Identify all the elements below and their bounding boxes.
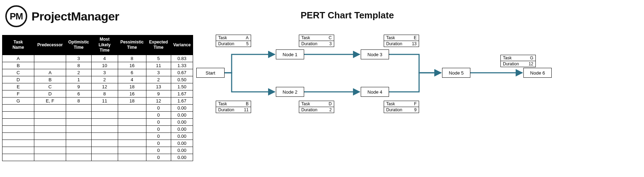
- cell-ml[interactable]: 3: [91, 69, 118, 76]
- cell-ml[interactable]: 10: [91, 62, 118, 69]
- cell-exp[interactable]: 2: [146, 76, 171, 83]
- cell-pes[interactable]: [118, 154, 146, 161]
- cell-ml[interactable]: [91, 118, 118, 125]
- cell-exp[interactable]: 12: [146, 97, 171, 104]
- cell-task[interactable]: E: [2, 83, 34, 90]
- cell-opt[interactable]: 8: [66, 97, 92, 104]
- cell-pred[interactable]: [34, 125, 66, 132]
- cell-task[interactable]: A: [2, 55, 34, 62]
- cell-exp[interactable]: 13: [146, 83, 171, 90]
- cell-ml[interactable]: [91, 132, 118, 140]
- cell-exp[interactable]: 0: [146, 111, 171, 118]
- cell-pred[interactable]: [34, 118, 66, 125]
- cell-pes[interactable]: [118, 140, 146, 147]
- cell-task[interactable]: [2, 154, 34, 161]
- cell-var[interactable]: 0.50: [171, 76, 193, 83]
- cell-task[interactable]: G: [2, 97, 34, 104]
- cell-var[interactable]: 0.00: [171, 104, 193, 111]
- cell-ml[interactable]: 8: [91, 90, 118, 97]
- cell-exp[interactable]: 0: [146, 147, 171, 154]
- cell-opt[interactable]: 1: [66, 76, 92, 83]
- cell-task[interactable]: F: [2, 90, 34, 97]
- cell-exp[interactable]: 0: [146, 140, 171, 147]
- cell-pes[interactable]: 16: [118, 90, 146, 97]
- cell-exp[interactable]: 0: [146, 154, 171, 161]
- cell-opt[interactable]: [66, 104, 92, 111]
- cell-opt[interactable]: [66, 147, 92, 154]
- cell-pes[interactable]: 16: [118, 62, 146, 69]
- cell-var[interactable]: 1.33: [171, 62, 193, 69]
- cell-ml[interactable]: [91, 125, 118, 132]
- cell-ml[interactable]: 4: [91, 55, 118, 62]
- cell-var[interactable]: 0.00: [171, 154, 193, 161]
- cell-opt[interactable]: [66, 111, 92, 118]
- cell-task[interactable]: [2, 125, 34, 132]
- cell-pred[interactable]: [34, 132, 66, 140]
- cell-ml[interactable]: 11: [91, 97, 118, 104]
- cell-pred[interactable]: [34, 62, 66, 69]
- cell-task[interactable]: C: [2, 69, 34, 76]
- cell-var[interactable]: 0.00: [171, 132, 193, 140]
- cell-task[interactable]: [2, 147, 34, 154]
- cell-pes[interactable]: [118, 147, 146, 154]
- cell-pred[interactable]: A: [34, 69, 66, 76]
- cell-ml[interactable]: [91, 154, 118, 161]
- cell-task[interactable]: [2, 104, 34, 111]
- cell-ml[interactable]: [91, 140, 118, 147]
- cell-pred[interactable]: [34, 147, 66, 154]
- cell-task[interactable]: B: [2, 62, 34, 69]
- cell-ml[interactable]: [91, 104, 118, 111]
- cell-pes[interactable]: [118, 104, 146, 111]
- cell-opt[interactable]: 2: [66, 69, 92, 76]
- cell-exp[interactable]: 3: [146, 69, 171, 76]
- cell-ml[interactable]: [91, 147, 118, 154]
- cell-pred[interactable]: B: [34, 76, 66, 83]
- cell-pes[interactable]: [118, 118, 146, 125]
- cell-ml[interactable]: 12: [91, 83, 118, 90]
- cell-opt[interactable]: [66, 125, 92, 132]
- cell-pes[interactable]: 4: [118, 76, 146, 83]
- cell-exp[interactable]: 0: [146, 118, 171, 125]
- cell-exp[interactable]: 5: [146, 55, 171, 62]
- cell-var[interactable]: 1.67: [171, 97, 193, 104]
- cell-pred[interactable]: [34, 104, 66, 111]
- cell-var[interactable]: 0.00: [171, 125, 193, 132]
- cell-pes[interactable]: 8: [118, 55, 146, 62]
- cell-opt[interactable]: [66, 154, 92, 161]
- cell-var[interactable]: 1.50: [171, 83, 193, 90]
- cell-pred[interactable]: [34, 140, 66, 147]
- cell-pes[interactable]: 6: [118, 69, 146, 76]
- cell-exp[interactable]: 9: [146, 90, 171, 97]
- cell-pes[interactable]: [118, 111, 146, 118]
- cell-opt[interactable]: 3: [66, 55, 92, 62]
- cell-var[interactable]: 0.67: [171, 69, 193, 76]
- cell-pred[interactable]: [34, 154, 66, 161]
- cell-var[interactable]: 0.00: [171, 147, 193, 154]
- cell-pred[interactable]: [34, 55, 66, 62]
- cell-task[interactable]: D: [2, 76, 34, 83]
- cell-pes[interactable]: 18: [118, 97, 146, 104]
- cell-pes[interactable]: [118, 132, 146, 140]
- cell-var[interactable]: 0.83: [171, 55, 193, 62]
- cell-task[interactable]: [2, 111, 34, 118]
- cell-exp[interactable]: 0: [146, 132, 171, 140]
- cell-pred[interactable]: E, F: [34, 97, 66, 104]
- cell-opt[interactable]: [66, 132, 92, 140]
- cell-opt[interactable]: 6: [66, 90, 92, 97]
- cell-pes[interactable]: 18: [118, 83, 146, 90]
- cell-pes[interactable]: [118, 125, 146, 132]
- cell-var[interactable]: 0.00: [171, 111, 193, 118]
- cell-ml[interactable]: 2: [91, 76, 118, 83]
- cell-exp[interactable]: 0: [146, 125, 171, 132]
- cell-task[interactable]: [2, 118, 34, 125]
- cell-exp[interactable]: 0: [146, 104, 171, 111]
- cell-opt[interactable]: 8: [66, 62, 92, 69]
- cell-exp[interactable]: 11: [146, 62, 171, 69]
- cell-opt[interactable]: 9: [66, 83, 92, 90]
- cell-var[interactable]: 0.00: [171, 118, 193, 125]
- cell-opt[interactable]: [66, 118, 92, 125]
- cell-task[interactable]: [2, 140, 34, 147]
- cell-var[interactable]: 0.00: [171, 140, 193, 147]
- cell-opt[interactable]: [66, 140, 92, 147]
- cell-pred[interactable]: C: [34, 83, 66, 90]
